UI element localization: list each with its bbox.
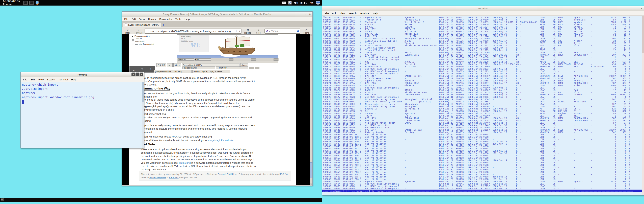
menu-bookmarks[interactable]: Bookmarks	[158, 17, 174, 21]
page-link[interactable]: trackback	[169, 176, 178, 179]
scrollbar-thumb[interactable]	[310, 162, 312, 178]
page-link[interactable]: General	[218, 173, 226, 175]
yahoo-engine-icon[interactable]: Y!	[266, 30, 268, 32]
tab-label: Every Flavour Beans | Differ...	[128, 24, 159, 26]
browser-viewport: ▸Pressure sensitivityFade outIncremental…	[122, 34, 312, 185]
bottom-taskbar	[0, 198, 322, 202]
firefox-tabstrip: Every Flavour Beans | Differ... +	[122, 21, 312, 27]
mail-tray-icon[interactable]	[282, 2, 286, 4]
close-button[interactable]: x	[640, 6, 643, 10]
scroll-down-icon[interactable]: ▼	[310, 183, 312, 185]
maximize-button[interactable]: □	[136, 73, 139, 76]
embedded-checkbox-1: Fade out	[132, 38, 142, 40]
tab-favicon	[124, 24, 127, 26]
terminal-cursor	[22, 100, 24, 104]
menu-tools[interactable]: Tools	[174, 17, 183, 21]
menu-help[interactable]: Help	[183, 17, 191, 21]
search-bar[interactable]: Y! ▼ Yahoo	[264, 29, 300, 34]
menu-view[interactable]: View	[138, 17, 146, 21]
reload-button[interactable]: ↻Reload	[243, 28, 252, 34]
terminal-large-titlebar[interactable]: Terminal -□x	[322, 6, 644, 11]
terminal-small-titlebar[interactable]: Terminal -□x	[21, 72, 144, 77]
bookmark-star-icon[interactable]: ☆	[235, 30, 238, 33]
terminal-small-body[interactable]: neptune> which import /usr/bin/import ne…	[21, 82, 144, 148]
url-bar[interactable]: beans.seartipy.com/2006/07/30/different-…	[144, 29, 242, 34]
firefox-menubar: FileEditViewHistoryBookmarksToolsHelp	[122, 17, 312, 21]
menu-file[interactable]: File	[22, 78, 29, 81]
menu-file[interactable]: File	[323, 12, 330, 15]
post-meta-footer: This entry was posted by tabrez on July …	[139, 171, 291, 180]
menu-terminal[interactable]: Terminal	[57, 78, 70, 81]
menu-help[interactable]: Help	[371, 12, 380, 15]
stop-icon: ●	[258, 28, 259, 32]
search-icon[interactable]	[297, 30, 299, 32]
firefox-tab[interactable]: Every Flavour Beans | Differ...	[123, 22, 161, 27]
forward-button[interactable]: »Forward	[134, 28, 143, 34]
page-link[interactable]: khtml2png	[179, 161, 191, 164]
minimize-button[interactable]: _	[300, 12, 304, 16]
ship-illustration	[215, 35, 259, 58]
menu-edit[interactable]: Edit	[29, 78, 36, 81]
page-code-line: import -window root -resize 400x300 -del…	[141, 135, 285, 138]
menu-edit[interactable]: Edit	[130, 17, 138, 21]
terminal-small-title: Terminal	[77, 73, 88, 76]
network-wand-icon[interactable]	[288, 1, 292, 5]
page-link[interactable]: ImageMagick's website	[208, 139, 234, 142]
page-content-column: ▸Pressure sensitivityFade outIncremental…	[129, 34, 296, 185]
embedded-checkbox-0: ▸Pressure sensitivity	[132, 35, 150, 37]
terminal-small-scrollbar[interactable]	[142, 82, 144, 148]
menu-edit[interactable]: Edit	[330, 12, 338, 15]
terminal-large-scrollbar[interactable]	[642, 16, 644, 195]
panel-clock[interactable]: 5:10 PM	[300, 1, 314, 5]
page-link[interactable]: RSS 2.0	[280, 173, 288, 175]
panel-menu-applications[interactable]: Applications	[0, 0, 22, 3]
panel-menu-places[interactable]: Places	[0, 3, 22, 6]
panel-menus: ApplicationsPlaces	[0, 0, 22, 6]
menu-view[interactable]: View	[37, 78, 45, 81]
menu-file[interactable]: File	[123, 17, 130, 21]
firefox-launcher-icon[interactable]	[36, 1, 39, 5]
home-button[interactable]: ⌂Home	[302, 28, 311, 34]
reload-icon: ↻	[246, 28, 249, 32]
home-icon: ⌂	[306, 28, 307, 32]
page-paragraph: ‘import’ is a actually a very powerful c…	[141, 124, 285, 134]
menu-search[interactable]: Search	[46, 78, 56, 81]
page-vscrollbar[interactable]: ▲ ▼	[310, 34, 312, 185]
url-dropdown-icon[interactable]: ▼	[239, 30, 240, 32]
show-desktop-icon[interactable]	[1, 198, 4, 201]
minimize-button[interactable]: -	[132, 73, 135, 76]
terminal-large-body[interactable]: S00593 00593 1963-021A R2* Agena D 2353 …	[322, 16, 644, 195]
page-link[interactable]: leave a response	[150, 176, 166, 179]
menu-history[interactable]: History	[146, 17, 158, 21]
display-settings-icon[interactable]	[316, 1, 320, 5]
maximize-button[interactable]: □	[636, 6, 639, 10]
menu-search[interactable]: Search	[347, 12, 358, 15]
back-button[interactable]: «Back	[123, 28, 132, 34]
minimize-button[interactable]: -	[632, 6, 635, 10]
page-link[interactable]: tabrez	[166, 173, 172, 175]
menu-view[interactable]: View	[338, 12, 347, 15]
embedded-status-zoom: 65% ▾	[174, 63, 181, 67]
terminal-launcher-icon-2[interactable]	[29, 1, 34, 5]
search-engine-dropdown-icon[interactable]: ▼	[269, 30, 270, 32]
page-paragraph: Most of this flexibility(delaying screen…	[141, 76, 285, 86]
firefox-titlebar[interactable]: Every Flavour Beans | Different Ways Of …	[122, 12, 312, 17]
maximize-button[interactable]: ▫	[304, 12, 308, 16]
scroll-up-icon[interactable]: ▲	[310, 34, 312, 36]
volume-icon[interactable]	[294, 1, 298, 4]
page-link[interactable]: GNU/Linux	[227, 173, 238, 175]
gnome-top-panel: ApplicationsPlaces 5:10 PM	[0, 0, 322, 6]
embedded-checkbox-3: Use color from gradient	[132, 43, 154, 45]
terminal-launcher-icon[interactable]	[23, 1, 28, 5]
page-paragraph: To see all the options available with im…	[141, 139, 285, 142]
embedded-status-position: 714, 313	[156, 63, 166, 67]
new-tab-button[interactable]: +	[162, 23, 164, 27]
menu-help[interactable]: Help	[70, 78, 78, 81]
close-button[interactable]: X	[308, 12, 312, 16]
page-paragraph: Now select the window you want to captur…	[141, 116, 285, 123]
url-text[interactable]: beans.seartipy.com/2006/07/30/different-…	[150, 30, 234, 33]
close-button[interactable]: x	[140, 73, 143, 76]
back-icon: «	[127, 28, 129, 32]
stop-button[interactable]: ●Stop	[254, 28, 263, 34]
menu-terminal[interactable]: Terminal	[358, 12, 371, 15]
